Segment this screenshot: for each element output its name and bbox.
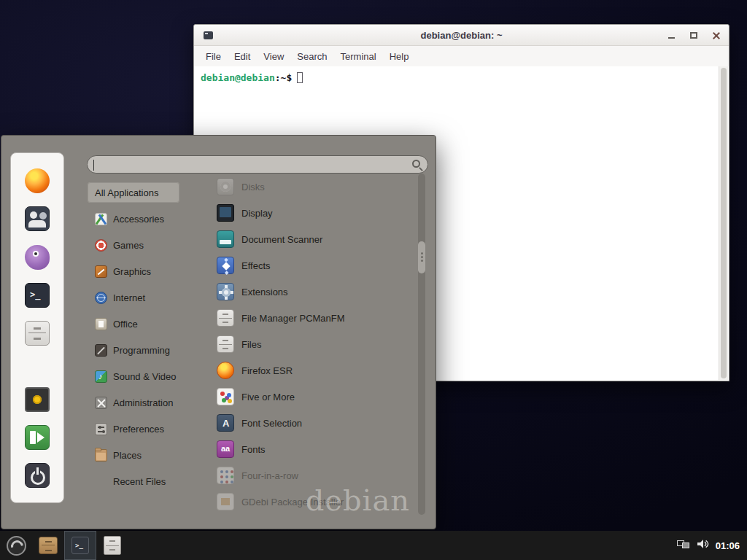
app-item-pcmanfm[interactable]: File Manager PCManFM: [208, 305, 417, 331]
menu-edit[interactable]: Edit: [234, 51, 250, 62]
menu-scrollbar[interactable]: [418, 174, 425, 515]
app-label: Fonts: [241, 444, 266, 455]
category-office[interactable]: Office: [88, 311, 207, 337]
extensions-icon: [217, 283, 234, 300]
terminal-window-controls: [666, 25, 721, 46]
category-label: Games: [113, 240, 144, 251]
shutdown-icon[interactable]: [25, 463, 50, 488]
app-item-document-scanner[interactable]: Document Scanner: [208, 226, 417, 252]
maximize-button[interactable]: [689, 31, 699, 41]
category-places[interactable]: Places: [88, 442, 207, 468]
text-caret: [93, 160, 94, 171]
app-label: Effects: [241, 260, 271, 271]
sound-video-icon: [95, 370, 107, 383]
four-in-a-row-icon: [217, 467, 234, 484]
app-label: Files: [241, 339, 261, 350]
minimize-button[interactable]: [666, 31, 676, 41]
app-label: Five or More: [241, 392, 295, 402]
menu-terminal[interactable]: Terminal: [341, 51, 376, 62]
category-recent-files[interactable]: Recent Files: [88, 468, 207, 494]
menu-search-box[interactable]: [87, 155, 428, 174]
terminal-title: debian@debian: ~: [194, 25, 729, 46]
app-item-effects[interactable]: Effects: [208, 252, 417, 279]
firefox-icon[interactable]: [25, 168, 50, 193]
maximize-icon: [690, 32, 697, 39]
favorites-panel: [10, 152, 64, 503]
desktop: debian@debian: ~ File Edit View Search T…: [0, 0, 747, 560]
app-item-font-selection[interactable]: Font Selection: [208, 410, 417, 436]
app-item-five-or-more[interactable]: Five or More: [208, 384, 417, 410]
empty-icon-spacer: [95, 475, 107, 488]
image-viewer-icon[interactable]: [25, 206, 50, 231]
preferences-icon: [95, 423, 107, 435]
prompt-path: :~$: [275, 72, 292, 83]
category-administration[interactable]: Administration: [88, 389, 207, 416]
category-accessories[interactable]: Accessories: [88, 206, 207, 232]
file-drawer-icon: [39, 537, 58, 554]
firefox-icon: [217, 362, 234, 379]
category-sound-video[interactable]: Sound & Video: [88, 363, 207, 389]
app-item-files[interactable]: Files: [208, 331, 417, 357]
category-all-applications[interactable]: All Applications: [88, 182, 179, 203]
app-label: Display: [241, 208, 273, 219]
terminal-icon[interactable]: [25, 283, 50, 308]
terminal-scrollbar-thumb[interactable]: [721, 68, 727, 378]
app-item-disks[interactable]: Disks: [208, 174, 417, 200]
category-list: All Applications Accessories Games Graph…: [88, 179, 207, 494]
gdebi-icon: [217, 493, 234, 510]
log-out-icon[interactable]: [25, 425, 50, 450]
menu-file[interactable]: File: [206, 51, 221, 62]
pcmanfm-icon: [217, 309, 234, 327]
menu-logo-icon: [7, 536, 26, 556]
menu-scrollbar-thumb[interactable]: [418, 241, 425, 273]
games-icon: [95, 239, 107, 252]
search-icon: [412, 160, 420, 168]
programming-icon: [95, 344, 107, 357]
app-item-display[interactable]: Display: [208, 200, 417, 226]
close-icon: [712, 31, 721, 40]
document-scanner-icon: [217, 230, 234, 248]
category-label: Office: [113, 319, 138, 330]
lock-screen-icon[interactable]: [25, 387, 50, 412]
category-games[interactable]: Games: [88, 232, 207, 258]
app-item-fonts[interactable]: Fonts: [208, 436, 417, 462]
files-icon: [217, 335, 234, 353]
taskbar-terminal-button[interactable]: [64, 531, 96, 560]
prompt-user: debian@debian: [201, 72, 275, 83]
menu-button[interactable]: [0, 531, 32, 560]
category-label: Graphics: [113, 266, 151, 277]
category-label: All Applications: [95, 187, 158, 198]
file-manager-icon[interactable]: [25, 321, 50, 346]
administration-icon: [95, 397, 107, 409]
menu-search-input[interactable]: [88, 156, 427, 173]
app-item-firefox-esr[interactable]: Firefox ESR: [208, 357, 417, 384]
category-internet[interactable]: Internet: [88, 284, 207, 311]
clock[interactable]: 01:06: [716, 540, 740, 551]
effects-icon: [217, 257, 234, 274]
terminal-titlebar[interactable]: debian@debian: ~: [194, 25, 729, 46]
volume-icon[interactable]: [697, 539, 709, 552]
app-item-extensions[interactable]: Extensions: [208, 279, 417, 305]
category-label: Recent Files: [113, 476, 166, 487]
category-label: Accessories: [113, 214, 164, 225]
close-button[interactable]: [711, 31, 721, 41]
category-preferences[interactable]: Preferences: [88, 416, 207, 442]
category-programming[interactable]: Programming: [88, 337, 207, 363]
terminal-cursor: [297, 72, 303, 83]
pidgin-icon[interactable]: [25, 245, 50, 270]
menu-search[interactable]: Search: [297, 51, 327, 62]
terminal-scrollbar[interactable]: [719, 66, 728, 380]
debian-watermark: debian: [306, 483, 410, 517]
category-label: Internet: [113, 292, 145, 303]
display-icon: [217, 204, 234, 222]
menu-view[interactable]: View: [263, 51, 284, 62]
menu-help[interactable]: Help: [390, 51, 409, 62]
office-icon: [95, 318, 107, 330]
category-graphics[interactable]: Graphics: [88, 258, 207, 284]
taskbar-files-button[interactable]: [96, 531, 128, 560]
taskbar-file-manager-button[interactable]: [32, 531, 64, 560]
network-icon[interactable]: [677, 539, 690, 552]
application-list: Disks Display Document Scanner Effects E…: [208, 174, 417, 515]
category-label: Administration: [113, 397, 173, 408]
applications-menu: All Applications Accessories Games Graph…: [1, 135, 436, 529]
